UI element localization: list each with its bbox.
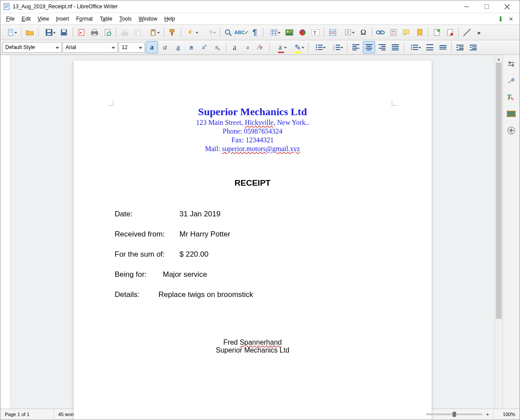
copy-button[interactable] <box>132 26 144 39</box>
separator <box>269 42 270 52</box>
align-center-button[interactable] <box>363 41 375 53</box>
zoom-slider-track[interactable] <box>426 413 483 415</box>
formatting-marks-button[interactable]: ¶ <box>249 26 261 39</box>
align-justify-button[interactable] <box>389 41 401 53</box>
font-size-combo[interactable]: 12 <box>119 42 145 53</box>
para-space-decrease-button[interactable] <box>437 41 449 53</box>
font-color-button[interactable]: a <box>272 41 288 53</box>
hyperlink-button[interactable] <box>374 26 386 39</box>
shrink-font-button[interactable]: a <box>242 41 254 53</box>
decrease-indent-button[interactable] <box>467 41 479 53</box>
find-replace-button[interactable] <box>222 26 235 39</box>
increase-indent-button[interactable] <box>454 41 466 53</box>
redo-button[interactable] <box>201 26 218 39</box>
paste-button[interactable] <box>145 26 162 39</box>
underline-button[interactable]: a <box>172 41 184 53</box>
bookmark-button[interactable] <box>414 26 426 39</box>
document-area[interactable]: Superior Mechanics Ltd 123 Main Street, … <box>11 55 495 420</box>
export-pdf-button[interactable]: P <box>75 26 88 39</box>
menu-edit[interactable]: Edit <box>18 14 34 23</box>
minimize-button[interactable] <box>457 0 477 13</box>
svg-rect-5 <box>485 4 489 9</box>
align-left-button[interactable] <box>350 41 362 53</box>
separator <box>164 28 164 37</box>
subscript-button[interactable]: ab <box>211 41 224 53</box>
bullet-list-button[interactable] <box>311 41 327 53</box>
number-list-button[interactable]: 123 <box>328 41 345 53</box>
insert-textbox-button[interactable]: T <box>309 26 322 39</box>
open-button[interactable] <box>24 26 36 39</box>
font-name-combo[interactable]: Arial <box>63 42 118 53</box>
superscript-button[interactable]: ab <box>198 41 211 53</box>
save-as-button[interactable] <box>58 26 70 39</box>
page[interactable]: Superior Mechanics Ltd 123 Main Street, … <box>74 60 432 420</box>
svg-rect-28 <box>137 31 141 36</box>
mail-label: Mail: <box>205 145 222 152</box>
line-spacing-button[interactable] <box>406 41 423 53</box>
italic-button[interactable]: a <box>159 41 171 53</box>
menu-window[interactable]: Window <box>136 14 161 23</box>
clone-formatting-button[interactable] <box>166 26 179 39</box>
sidebar-styles-icon[interactable]: T✎ <box>505 91 518 104</box>
cut-button[interactable] <box>119 26 131 39</box>
new-button[interactable] <box>2 26 19 39</box>
receipt-title[interactable]: RECEIPT <box>115 178 390 188</box>
show-changes-button[interactable] <box>444 26 456 39</box>
align-right-button[interactable] <box>376 41 388 53</box>
insert-chart-button[interactable] <box>296 26 309 39</box>
menu-view[interactable]: View <box>35 14 52 23</box>
menu-file[interactable]: File <box>3 14 18 23</box>
menu-insert[interactable]: Insert <box>53 14 72 23</box>
line-button[interactable] <box>461 26 473 39</box>
zoom-slider-thumb[interactable] <box>453 412 456 417</box>
insert-symbol-button[interactable]: Ω <box>357 26 369 39</box>
menu-help[interactable]: Help <box>161 14 178 23</box>
sidebar-settings-icon[interactable] <box>505 57 518 71</box>
sidebar-navigator-icon[interactable] <box>505 124 518 137</box>
save-button[interactable] <box>41 26 57 39</box>
page-break-button[interactable] <box>327 26 339 39</box>
close-button[interactable] <box>497 0 517 13</box>
print-button[interactable] <box>88 26 101 39</box>
toolbar-overflow-button[interactable]: » <box>474 26 484 39</box>
receipt-fields[interactable]: Date:31 Jan 2019 Received from:Mr Harry … <box>115 210 390 299</box>
vertical-ruler[interactable] <box>0 55 11 420</box>
update-icon[interactable]: ⬇ <box>498 15 503 23</box>
sidebar-properties-icon[interactable] <box>505 74 518 87</box>
company-name[interactable]: Superior Mechanics Ltd <box>115 106 390 118</box>
insert-field-button[interactable]: # <box>340 26 356 39</box>
menu-tools[interactable]: Tools <box>116 14 135 23</box>
spellcheck-button[interactable]: ABC✓ <box>235 26 248 39</box>
company-phone[interactable]: Phone: 05987654324 <box>115 127 390 135</box>
clear-formatting-button[interactable]: A✕ <box>255 41 267 53</box>
company-mail[interactable]: Mail: superior.motors@gmail.xyz <box>115 145 390 153</box>
bold-button[interactable]: a <box>146 41 158 53</box>
sidebar-gallery-icon[interactable] <box>505 107 518 120</box>
insert-table-button[interactable] <box>266 26 282 39</box>
scroll-track[interactable] <box>495 63 502 420</box>
menu-format[interactable]: Format <box>73 14 96 23</box>
insert-comment-button[interactable] <box>401 26 413 39</box>
company-fax[interactable]: Fax: 12344321 <box>115 136 390 144</box>
svg-rect-90 <box>472 48 477 49</box>
scroll-thumb[interactable] <box>496 63 502 319</box>
highlight-button[interactable]: ✎ <box>289 41 306 53</box>
separator <box>73 28 73 37</box>
svg-point-34 <box>225 30 230 34</box>
company-address[interactable]: 123 Main Street, Hicksville, New York.. <box>115 119 390 127</box>
footnote-button[interactable]: ab <box>387 26 400 39</box>
track-changes-button[interactable]: + <box>431 26 443 39</box>
vertical-scrollbar[interactable]: ▲ ▼ <box>495 55 502 420</box>
close-document-button[interactable]: ✕ <box>509 16 513 22</box>
print-preview-button[interactable] <box>102 26 114 39</box>
scroll-up-button[interactable]: ▲ <box>495 55 502 63</box>
undo-button[interactable] <box>183 26 200 39</box>
paragraph-style-combo[interactable]: Default Style <box>2 42 62 53</box>
signature-block[interactable]: Fred Spannerhand Superior Mechanics Ltd <box>115 339 390 354</box>
insert-image-button[interactable] <box>283 26 295 39</box>
strikethrough-button[interactable]: a <box>185 41 197 53</box>
grow-font-button[interactable]: a <box>228 41 241 53</box>
maximize-button[interactable] <box>477 0 497 13</box>
para-space-increase-button[interactable] <box>424 41 436 53</box>
menu-table[interactable]: Table <box>97 14 116 23</box>
